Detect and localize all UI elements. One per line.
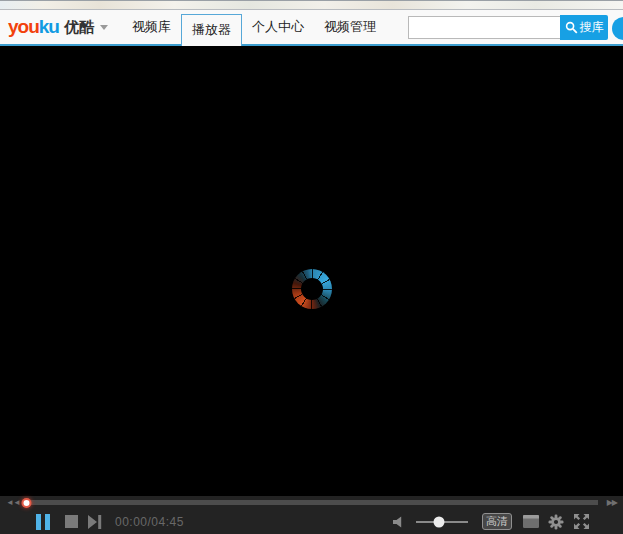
gear-icon: [548, 514, 564, 530]
time-display: 00:00/04:45: [115, 515, 184, 529]
panel-icon: [523, 515, 539, 528]
speaker-icon: [393, 516, 406, 528]
buttons-row: 00:00/04:45 高清: [0, 509, 623, 534]
nav-item-video-management[interactable]: 视频管理: [314, 10, 386, 44]
fullscreen-icon: [573, 513, 590, 530]
playlist-panel-button[interactable]: [523, 515, 539, 528]
nav-item-player[interactable]: 播放器: [181, 14, 242, 46]
header-corner-badge[interactable]: [612, 17, 623, 40]
video-area[interactable]: [0, 47, 623, 496]
seek-row: ◄◄ ▶▶: [0, 496, 623, 509]
page-top-strip: [0, 0, 623, 10]
search-icon: [565, 21, 578, 34]
player-stage: ◄◄ ▶▶ 00:00/04:45: [0, 47, 623, 534]
search-bar: 搜库: [408, 10, 608, 44]
volume-slider[interactable]: [416, 521, 468, 523]
hd-quality-button[interactable]: 高清: [482, 513, 512, 530]
seek-forward-icon[interactable]: ▶▶: [605, 496, 619, 509]
logo-text-ku: ku: [39, 16, 59, 38]
search-input[interactable]: [408, 16, 560, 39]
progress-knob[interactable]: [21, 498, 31, 508]
nav-item-video-library[interactable]: 视频库: [122, 10, 181, 44]
seek-back-icon[interactable]: ◄◄: [4, 496, 22, 509]
search-button-label: 搜库: [580, 19, 604, 36]
header: youku 优酷 视频库 播放器 个人中心 视频管理 搜库: [0, 10, 623, 46]
nav-item-personal-center[interactable]: 个人中心: [242, 10, 314, 44]
pause-bar-icon: [45, 514, 50, 530]
pause-button[interactable]: [36, 514, 50, 530]
pause-bar-icon: [36, 514, 41, 530]
search-button[interactable]: 搜库: [560, 15, 608, 40]
next-button[interactable]: [88, 515, 103, 529]
fullscreen-button[interactable]: [573, 513, 590, 530]
main-nav: 视频库 播放器 个人中心 视频管理: [122, 10, 386, 44]
seek-bar[interactable]: [25, 500, 598, 505]
volume-button[interactable]: [393, 516, 406, 528]
stop-button[interactable]: [65, 515, 78, 528]
volume-knob[interactable]: [434, 516, 445, 527]
logo-text-you: you: [8, 16, 39, 38]
settings-button[interactable]: [548, 514, 564, 530]
next-icon: [88, 515, 103, 529]
player-controls: ◄◄ ▶▶ 00:00/04:45: [0, 496, 623, 534]
loading-spinner-icon: [292, 269, 332, 309]
youku-logo[interactable]: youku 优酷: [8, 10, 108, 44]
logo-text-cn: 优酷: [64, 18, 94, 37]
logo-dropdown-caret-icon[interactable]: [100, 25, 108, 30]
